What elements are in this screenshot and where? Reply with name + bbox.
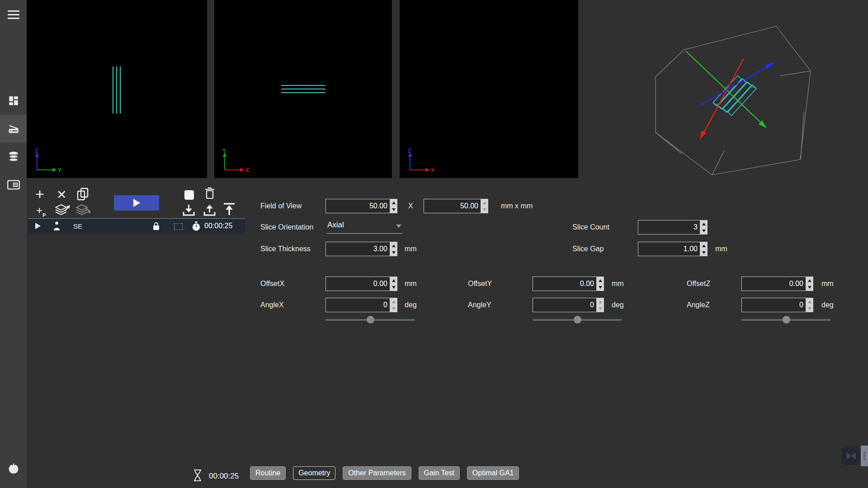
anglex-slider-thumb[interactable]	[367, 316, 374, 324]
slice-orientation-label: Slice Orientation	[260, 223, 313, 231]
anglez-slider[interactable]	[741, 315, 831, 324]
sidebar-item-scanner[interactable]	[0, 115, 27, 143]
chat-widget-button[interactable]	[842, 446, 860, 465]
offsetz-input[interactable]	[741, 277, 806, 291]
mri-console-app: Z Y Y X Z X	[0, 0, 868, 488]
wireframe-cube	[656, 26, 811, 175]
offsety-input[interactable]	[533, 277, 596, 291]
slice-gap-input[interactable]	[638, 242, 700, 256]
viewport-axial[interactable]: Z X	[400, 0, 578, 178]
slice-thickness-input[interactable]	[326, 242, 390, 256]
download-button[interactable]	[183, 204, 195, 217]
stop-button[interactable]	[184, 190, 194, 200]
selection-box-icon[interactable]	[174, 223, 183, 230]
spinner-up[interactable]	[481, 199, 488, 206]
menu-icon[interactable]	[0, 5, 27, 24]
anglex-slider[interactable]	[326, 315, 415, 324]
sequence-row[interactable]: SE 00:00:25	[28, 218, 245, 234]
spinner-down[interactable]	[700, 227, 707, 234]
export-layers-disabled-button[interactable]	[76, 203, 91, 217]
scanner-icon	[7, 122, 20, 135]
slice-thickness-field	[326, 242, 397, 256]
spinner-down[interactable]	[597, 305, 604, 312]
sidebar-item-dashboard[interactable]	[0, 87, 27, 115]
anglez-input[interactable]	[741, 298, 806, 312]
viewport-sagittal[interactable]: Z Y	[27, 0, 207, 178]
sequence-play-icon[interactable]	[35, 223, 41, 229]
tab-other-parameters[interactable]: Other Parameters	[343, 466, 411, 480]
anglex-label: AngleX	[260, 301, 284, 309]
fov-y-field	[424, 199, 488, 213]
spinner-up[interactable]	[700, 221, 707, 227]
spinner-up[interactable]	[390, 277, 397, 284]
sequence-duration: 00:00:25	[204, 222, 232, 230]
layers-arrow-disabled-icon	[76, 203, 91, 216]
spinner-up[interactable]	[597, 298, 604, 305]
sidebar-item-database[interactable]	[0, 143, 27, 171]
add-protocol-button[interactable]: +P	[36, 204, 46, 218]
sidebar-item-power[interactable]	[0, 455, 27, 483]
axis-indicator: Z X	[402, 148, 438, 176]
tab-geometry[interactable]: Geometry	[293, 466, 335, 480]
spinner-up[interactable]	[700, 242, 707, 249]
play-button[interactable]	[114, 195, 159, 211]
angley-slider-thumb[interactable]	[574, 316, 581, 324]
anglez-slider-thumb[interactable]	[783, 316, 790, 324]
slice-orientation-select[interactable]: Axial	[326, 220, 402, 234]
download-icon	[183, 204, 195, 216]
axis-label-horizontal: X	[431, 167, 434, 174]
spinner-down[interactable]	[806, 305, 813, 312]
stopwatch-icon	[192, 221, 201, 231]
offsetx-unit: mm	[405, 280, 417, 288]
fov-y-input[interactable]	[424, 199, 481, 213]
tab-optimal-ga1[interactable]: Optimal GA1	[467, 466, 519, 480]
spinner-down[interactable]	[390, 249, 397, 256]
remove-button[interactable]: ✕	[57, 189, 67, 201]
spinner-up[interactable]	[390, 199, 397, 206]
spinner-down[interactable]	[390, 305, 397, 312]
sidebar	[0, 0, 27, 488]
3d-scene-view[interactable]	[624, 4, 854, 184]
spinner-up[interactable]	[390, 242, 397, 249]
spinner-up[interactable]	[806, 298, 813, 305]
export-layers-button[interactable]	[55, 203, 71, 217]
spinner-down[interactable]	[597, 284, 604, 291]
viewport-coronal[interactable]: Y X	[214, 0, 392, 178]
spinner-up[interactable]	[597, 277, 604, 284]
add-protocol-sub: P	[42, 212, 46, 218]
tab-gain-test[interactable]: Gain Test	[419, 466, 460, 480]
anglex-input[interactable]	[326, 298, 390, 312]
spinner-down[interactable]	[481, 206, 488, 213]
spinner-up[interactable]	[390, 298, 397, 305]
sidebar-item-registry[interactable]	[0, 171, 27, 199]
upload-button[interactable]	[203, 204, 216, 217]
axis-label-horizontal: Y	[58, 167, 61, 174]
add-button[interactable]: +	[35, 186, 44, 202]
copy-button[interactable]	[77, 188, 89, 202]
offsetz-spinner	[806, 277, 813, 291]
slice-thickness-spinner	[390, 242, 397, 256]
angley-slider[interactable]	[533, 315, 622, 324]
spinner-down[interactable]	[700, 249, 707, 256]
fov-y-spinner	[481, 199, 488, 213]
spinner-up[interactable]	[806, 277, 813, 284]
angley-field	[533, 298, 604, 312]
offsetx-input[interactable]	[326, 277, 390, 291]
widget-handle[interactable]	[861, 446, 868, 466]
spinner-down[interactable]	[390, 284, 397, 291]
offsety-label: OffsetY	[468, 280, 492, 288]
spinner-down[interactable]	[806, 284, 813, 291]
trash-button[interactable]	[204, 187, 215, 201]
anglez-field	[741, 298, 813, 312]
spinner-down[interactable]	[390, 206, 397, 213]
offsetx-field	[326, 277, 397, 291]
upload-icon	[203, 204, 216, 216]
slice-count-input[interactable]	[638, 220, 700, 235]
tab-routine[interactable]: Routine	[250, 466, 286, 480]
commit-upload-button[interactable]	[222, 202, 236, 217]
offsetz-unit: mm	[821, 280, 834, 288]
angley-input[interactable]	[533, 298, 596, 312]
fov-x-input[interactable]	[326, 199, 390, 213]
anglex-spinner	[390, 298, 397, 312]
fov-unit: mm x mm	[501, 202, 533, 210]
